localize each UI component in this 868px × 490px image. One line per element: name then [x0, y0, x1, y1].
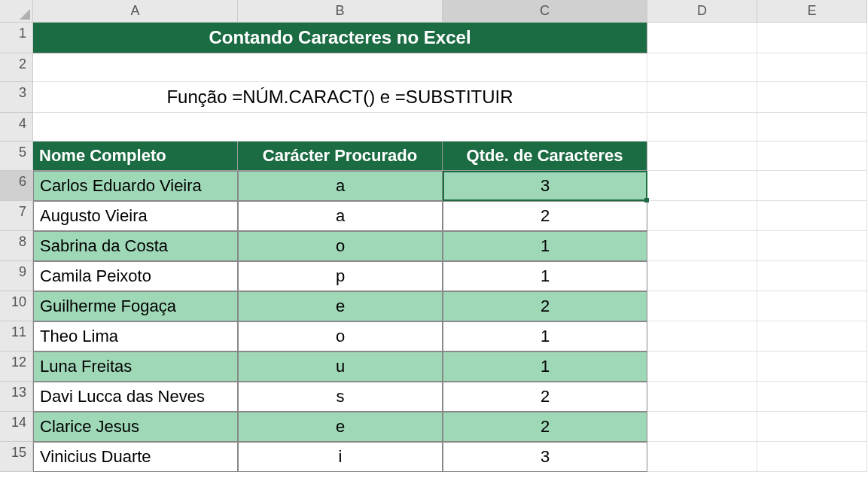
cell-c15[interactable]: 3	[443, 442, 647, 472]
cell-a15[interactable]: Vinicius Duarte	[33, 442, 238, 472]
cell-e3[interactable]	[757, 82, 867, 113]
cell-c11[interactable]: 1	[443, 321, 647, 352]
cell-a14[interactable]: Clarice Jesus	[33, 412, 238, 442]
row-header-1[interactable]: 1	[0, 23, 33, 53]
cell-d9[interactable]	[647, 261, 757, 291]
cell-a7[interactable]: Augusto Vieira	[33, 201, 238, 231]
cell-e6[interactable]	[757, 171, 867, 201]
title-cell[interactable]: Contando Caracteres no Excel	[33, 23, 647, 53]
row-header-2[interactable]: 2	[0, 53, 33, 82]
cell-b11[interactable]: o	[238, 321, 443, 352]
row-header-8[interactable]: 8	[0, 231, 33, 261]
row-header-12[interactable]: 12	[0, 352, 33, 382]
table-header-char[interactable]: Carácter Procurado	[238, 142, 443, 171]
row-header-15[interactable]: 15	[0, 442, 33, 472]
col-header-d[interactable]: D	[647, 0, 757, 23]
cell-c9[interactable]: 1	[443, 261, 647, 291]
cell-a2[interactable]	[33, 53, 647, 82]
col-header-e[interactable]: E	[757, 0, 867, 23]
cell-b7[interactable]: a	[238, 201, 443, 231]
cell-a13[interactable]: Davi Lucca das Neves	[33, 382, 238, 412]
cell-b13[interactable]: s	[238, 382, 443, 412]
cell-e5[interactable]	[757, 142, 867, 171]
cell-a4[interactable]	[33, 113, 647, 142]
cell-b6[interactable]: a	[238, 171, 443, 201]
cell-a8[interactable]: Sabrina da Costa	[33, 231, 238, 261]
cell-a11[interactable]: Theo Lima	[33, 321, 238, 352]
cell-e9[interactable]	[757, 261, 867, 291]
cell-e11[interactable]	[757, 321, 867, 352]
cell-d12[interactable]	[647, 352, 757, 382]
cell-d5[interactable]	[647, 142, 757, 171]
col-header-a[interactable]: A	[33, 0, 238, 23]
cell-c6[interactable]: 3	[443, 171, 647, 201]
row-header-7[interactable]: 7	[0, 201, 33, 231]
cell-e15[interactable]	[757, 442, 867, 472]
cell-c13[interactable]: 2	[443, 382, 647, 412]
col-header-c[interactable]: C	[443, 0, 647, 23]
table-header-count[interactable]: Qtde. de Caracteres	[443, 142, 647, 171]
row-header-10[interactable]: 10	[0, 291, 33, 321]
cell-e13[interactable]	[757, 382, 867, 412]
cell-d6[interactable]	[647, 171, 757, 201]
subtitle-cell[interactable]: Função =NÚM.CARACT() e =SUBSTITUIR	[33, 82, 647, 113]
cell-b9[interactable]: p	[238, 261, 443, 291]
cell-b14[interactable]: e	[238, 412, 443, 442]
row-header-6[interactable]: 6	[0, 171, 33, 201]
cell-e1[interactable]	[757, 23, 867, 53]
cell-e14[interactable]	[757, 412, 867, 442]
cell-d4[interactable]	[647, 113, 757, 142]
cell-b12[interactable]: u	[238, 352, 443, 382]
cell-d1[interactable]	[647, 23, 757, 53]
cell-e4[interactable]	[757, 113, 867, 142]
cell-d14[interactable]	[647, 412, 757, 442]
cell-d8[interactable]	[647, 231, 757, 261]
row-header-3[interactable]: 3	[0, 82, 33, 113]
cell-b8[interactable]: o	[238, 231, 443, 261]
cell-b10[interactable]: e	[238, 291, 443, 321]
row-header-9[interactable]: 9	[0, 261, 33, 291]
cell-d2[interactable]	[647, 53, 757, 82]
cell-e8[interactable]	[757, 231, 867, 261]
cell-c7[interactable]: 2	[443, 201, 647, 231]
cell-e10[interactable]	[757, 291, 867, 321]
cell-a6[interactable]: Carlos Eduardo Vieira	[33, 171, 238, 201]
cell-c14[interactable]: 2	[443, 412, 647, 442]
cell-d7[interactable]	[647, 201, 757, 231]
cell-d13[interactable]	[647, 382, 757, 412]
cell-d15[interactable]	[647, 442, 757, 472]
cell-d11[interactable]	[647, 321, 757, 352]
spreadsheet-grid[interactable]: A B C D E 1 Contando Caracteres no Excel…	[0, 0, 868, 472]
cell-c8[interactable]: 1	[443, 231, 647, 261]
cell-a12[interactable]: Luna Freitas	[33, 352, 238, 382]
row-header-11[interactable]: 11	[0, 321, 33, 352]
col-header-b[interactable]: B	[238, 0, 443, 23]
row-header-13[interactable]: 13	[0, 382, 33, 412]
row-header-5[interactable]: 5	[0, 142, 33, 171]
cell-c12[interactable]: 1	[443, 352, 647, 382]
row-header-14[interactable]: 14	[0, 412, 33, 442]
cell-a9[interactable]: Camila Peixoto	[33, 261, 238, 291]
row-header-4[interactable]: 4	[0, 113, 33, 142]
cell-d3[interactable]	[647, 82, 757, 113]
cell-e7[interactable]	[757, 201, 867, 231]
cell-a10[interactable]: Guilherme Fogaça	[33, 291, 238, 321]
cell-b15[interactable]: i	[238, 442, 443, 472]
cell-d10[interactable]	[647, 291, 757, 321]
cell-e2[interactable]	[757, 53, 867, 82]
cell-e12[interactable]	[757, 352, 867, 382]
select-all-corner[interactable]	[0, 0, 33, 23]
table-header-name[interactable]: Nome Completo	[33, 142, 238, 171]
cell-c10[interactable]: 2	[443, 291, 647, 321]
